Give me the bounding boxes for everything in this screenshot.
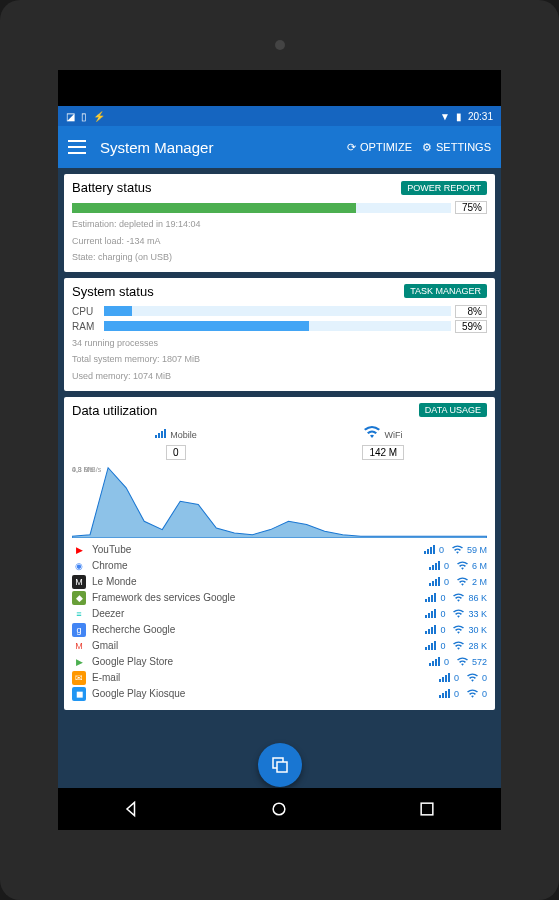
data-usage-badge[interactable]: DATA USAGE — [419, 403, 487, 417]
app-mobile-value: 0 — [454, 689, 459, 699]
wifi-icon — [453, 593, 464, 602]
content-area[interactable]: Battery status POWER REPORT 75% Estimati… — [58, 168, 501, 742]
app-row[interactable]: ≡Deezer033 K — [72, 606, 487, 622]
cpu-percent: 8% — [455, 305, 487, 318]
app-icon: ▶ — [72, 655, 86, 669]
battery-status-icon: ▮ — [456, 111, 462, 122]
app-row[interactable]: gRecherche Google030 K — [72, 622, 487, 638]
ram-progress-bar — [104, 321, 451, 331]
app-row[interactable]: ◆Framework des services Google086 K — [72, 590, 487, 606]
app-row[interactable]: ▶YouTube059 M — [72, 542, 487, 558]
cell-icon — [429, 561, 440, 570]
cell-icon — [439, 689, 450, 698]
cell-icon — [425, 625, 436, 634]
system-card[interactable]: System status TASK MANAGER CPU 8% RAM — [64, 278, 495, 391]
cellular-icon — [155, 429, 166, 438]
battery-card[interactable]: Battery status POWER REPORT 75% Estimati… — [64, 174, 495, 272]
nav-back-button[interactable] — [121, 798, 143, 820]
app-row[interactable]: ✉E-mail00 — [72, 670, 487, 686]
app-mobile-value: 0 — [439, 545, 444, 555]
status-bar-right: ▼ ▮ 20:31 — [440, 111, 493, 122]
app-stats: 033 K — [425, 609, 487, 619]
app-icon: ◆ — [72, 591, 86, 605]
app-name: Framework des services Google — [92, 592, 419, 603]
app-stats: 059 M — [424, 545, 487, 555]
app-icon: ◉ — [72, 559, 86, 573]
device-icon: ▯ — [81, 111, 87, 122]
app-stats: 06 M — [429, 561, 487, 571]
wifi-status-icon: ▼ — [440, 111, 450, 122]
app-stats: 00 — [439, 689, 487, 699]
app-mobile-value: 0 — [440, 625, 445, 635]
mobile-value: 0 — [166, 445, 186, 460]
settings-button[interactable]: ⚙ SETTINGS — [422, 141, 491, 154]
cell-icon — [429, 657, 440, 666]
cell-icon — [439, 673, 450, 682]
app-row[interactable]: ◉Chrome06 M — [72, 558, 487, 574]
nav-home-button[interactable] — [268, 798, 290, 820]
app-icon: ▶ — [72, 543, 86, 557]
app-stats: 02 M — [429, 577, 487, 587]
app-row[interactable]: MLe Monde02 M — [72, 574, 487, 590]
app-wifi-value: 28 K — [468, 641, 487, 651]
battery-state: State: charging (on USB) — [72, 251, 487, 264]
app-mobile-value: 0 — [454, 673, 459, 683]
app-row[interactable]: MGmail028 K — [72, 638, 487, 654]
mobile-data-stat: Mobile 0 — [155, 424, 197, 460]
app-stats: 030 K — [425, 625, 487, 635]
app-stats: 0572 — [429, 657, 487, 667]
ram-percent: 59% — [455, 320, 487, 333]
cpu-label: CPU — [72, 306, 100, 317]
fab-icon — [270, 755, 290, 775]
app-data-list: ▶YouTube059 M◉Chrome06 MMLe Monde02 M◆Fr… — [72, 542, 487, 702]
app-row[interactable]: ◼Google Play Kiosque00 — [72, 686, 487, 702]
data-card[interactable]: Data utilization DATA USAGE Mobile 0 — [64, 397, 495, 710]
app-stats: 086 K — [425, 593, 487, 603]
settings-label: SETTINGS — [436, 141, 491, 153]
battery-title: Battery status — [72, 180, 151, 195]
app-icon: ◼ — [72, 687, 86, 701]
app-row[interactable]: ▶Google Play Store0572 — [72, 654, 487, 670]
app-name: Google Play Store — [92, 656, 423, 667]
cell-icon — [425, 641, 436, 650]
app-name: Chrome — [92, 560, 423, 571]
chart-area — [72, 466, 487, 538]
task-manager-badge[interactable]: TASK MANAGER — [404, 284, 487, 298]
cell-icon — [424, 545, 435, 554]
notification-icon: ◪ — [66, 111, 75, 122]
optimize-button[interactable]: ⟳ OPTIMIZE — [347, 141, 412, 154]
app-icon: g — [72, 623, 86, 637]
power-report-badge[interactable]: POWER REPORT — [401, 181, 487, 195]
tablet-frame: ◪ ▯ ⚡ ▼ ▮ 20:31 System Manager ⟳ OPTIMIZ… — [0, 0, 559, 900]
battery-estimation: Estimation: depleted in 19:14:04 — [72, 218, 487, 231]
screen: ◪ ▯ ⚡ ▼ ▮ 20:31 System Manager ⟳ OPTIMIZ… — [58, 106, 501, 788]
app-mobile-value: 0 — [444, 577, 449, 587]
app-wifi-value: 572 — [472, 657, 487, 667]
app-name: Google Play Kiosque — [92, 688, 433, 699]
wifi-icon — [467, 689, 478, 698]
app-title: System Manager — [100, 139, 337, 156]
app-name: Recherche Google — [92, 624, 419, 635]
nav-recent-button[interactable] — [416, 798, 438, 820]
status-bar: ◪ ▯ ⚡ ▼ ▮ 20:31 — [58, 106, 501, 126]
hamburger-menu-icon[interactable] — [68, 140, 86, 154]
svg-point-2 — [274, 803, 286, 815]
app-icon: M — [72, 639, 86, 653]
status-time: 20:31 — [468, 111, 493, 122]
svg-rect-3 — [421, 803, 433, 815]
app-icon: M — [72, 575, 86, 589]
wifi-value: 142 M — [362, 445, 404, 460]
battery-load: Current load: -134 mA — [72, 235, 487, 248]
charging-icon: ⚡ — [93, 111, 105, 122]
app-wifi-value: 2 M — [472, 577, 487, 587]
wifi-data-stat: WiFi 142 M — [362, 424, 404, 460]
app-wifi-value: 30 K — [468, 625, 487, 635]
wifi-icon — [457, 577, 468, 586]
tablet-screen-shell: ◪ ▯ ⚡ ▼ ▮ 20:31 System Manager ⟳ OPTIMIZ… — [58, 70, 501, 830]
app-mobile-value: 0 — [440, 593, 445, 603]
fab-button[interactable] — [258, 743, 302, 787]
cell-icon — [425, 609, 436, 618]
wifi-icon — [453, 625, 464, 634]
app-wifi-value: 59 M — [467, 545, 487, 555]
wifi-icon — [467, 673, 478, 682]
